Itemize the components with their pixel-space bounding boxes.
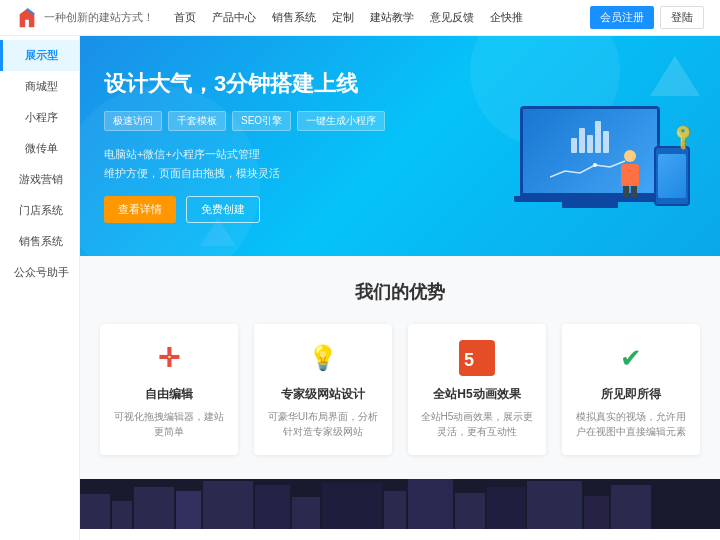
content-area: 设计大气，3分钟搭建上线 极速访问 千套模板 SEO引擎 一键生成小程序 电脑站… bbox=[80, 36, 720, 540]
chart-bar-3 bbox=[587, 135, 593, 153]
adv-title-wysiwyg: 所见即所得 bbox=[574, 386, 688, 403]
sidebar-item-flyer[interactable]: 微传单 bbox=[0, 133, 79, 164]
advantages-section: 我们的优势 ✛ 自由编辑 可视化拖拽编辑器，建站更简单 💡 专家级网站设计 可豪… bbox=[80, 256, 720, 479]
hero-title: 设计大气，3分钟搭建上线 bbox=[104, 69, 456, 99]
laptop-stand bbox=[562, 200, 618, 208]
design-icon: 💡 bbox=[305, 340, 341, 376]
nav-home[interactable]: 首页 bbox=[174, 10, 196, 25]
section-title: 我们的优势 bbox=[100, 280, 700, 304]
h5-icon: 5 bbox=[459, 340, 495, 376]
hero-tag-speed: 极速访问 bbox=[104, 111, 162, 131]
adv-item-edit: ✛ 自由编辑 可视化拖拽编辑器，建站更简单 bbox=[100, 324, 238, 455]
sidebar-item-display[interactable]: 展示型 bbox=[0, 40, 79, 71]
svg-point-0 bbox=[593, 163, 597, 167]
phone-illustration bbox=[654, 146, 690, 206]
sidebar-item-sales[interactable]: 销售系统 bbox=[0, 226, 79, 257]
sidebar-item-miniapp[interactable]: 小程序 bbox=[0, 102, 79, 133]
building-14 bbox=[584, 496, 609, 529]
header-buttons: 会员注册 登陆 bbox=[590, 6, 704, 29]
building-4 bbox=[176, 491, 201, 529]
building-8 bbox=[322, 483, 382, 529]
person-leg-right bbox=[631, 186, 637, 198]
sidebar-item-wechat[interactable]: 公众号助手 bbox=[0, 257, 79, 288]
hero-buttons: 查看详情 免费创建 bbox=[104, 196, 456, 223]
person-leg-left bbox=[623, 186, 629, 198]
login-button[interactable]: 登陆 bbox=[660, 6, 704, 29]
building-1 bbox=[80, 494, 110, 529]
laptop-illustration: 🔑 bbox=[500, 66, 700, 226]
sidebar: 展示型 商城型 小程序 微传单 游戏营销 门店系统 销售系统 公众号助手 bbox=[0, 36, 80, 540]
hero-tag-seo: SEO引擎 bbox=[232, 111, 291, 131]
footer-visual bbox=[80, 479, 720, 529]
edit-icon: ✛ bbox=[151, 340, 187, 376]
adv-desc-wysiwyg: 模拟真实的视场，允许用户在视图中直接编辑元素 bbox=[574, 409, 688, 439]
building-5 bbox=[203, 481, 253, 529]
adv-title-h5: 全站H5动画效果 bbox=[420, 386, 534, 403]
sidebar-item-mall[interactable]: 商城型 bbox=[0, 71, 79, 102]
building-3 bbox=[134, 487, 174, 529]
adv-title-edit: 自由编辑 bbox=[112, 386, 226, 403]
building-13 bbox=[527, 481, 582, 529]
hero-banner: 设计大气，3分钟搭建上线 极速访问 千套模板 SEO引擎 一键生成小程序 电脑站… bbox=[80, 36, 720, 256]
adv-desc-edit: 可视化拖拽编辑器，建站更简单 bbox=[112, 409, 226, 439]
person-head bbox=[624, 150, 636, 162]
nav-tutorial[interactable]: 建站教学 bbox=[370, 10, 414, 25]
chart-bar-4 bbox=[595, 121, 601, 153]
building-12 bbox=[487, 487, 525, 529]
chart-bar-5 bbox=[603, 131, 609, 153]
adv-title-design: 专家级网站设计 bbox=[266, 386, 380, 403]
building-10 bbox=[408, 479, 453, 529]
adv-item-h5: 5 全站H5动画效果 全站H5动画效果，展示更灵活，更有互动性 bbox=[408, 324, 546, 455]
person-body bbox=[621, 164, 639, 186]
person-legs bbox=[615, 186, 645, 198]
header: 一种创新的建站方式！ 首页 产品中心 销售系统 定制 建站教学 意见反馈 企快推… bbox=[0, 0, 720, 36]
logo-text: 一种创新的建站方式！ bbox=[44, 10, 154, 25]
hero-description: 电脑站+微信+小程序一站式管理 维护方便，页面自由拖拽，模块灵活 bbox=[104, 145, 456, 182]
nav-sales[interactable]: 销售系统 bbox=[272, 10, 316, 25]
hero-tags: 极速访问 千套模板 SEO引擎 一键生成小程序 bbox=[104, 111, 456, 131]
nav-enterprise[interactable]: 企快推 bbox=[490, 10, 523, 25]
building-6 bbox=[255, 485, 290, 529]
adv-desc-h5: 全站H5动画效果，展示更灵活，更有互动性 bbox=[420, 409, 534, 439]
building-15 bbox=[611, 485, 651, 529]
nav-products[interactable]: 产品中心 bbox=[212, 10, 256, 25]
nav-feedback[interactable]: 意见反馈 bbox=[430, 10, 474, 25]
sidebar-item-store[interactable]: 门店系统 bbox=[0, 195, 79, 226]
free-create-button[interactable]: 免费创建 bbox=[186, 196, 260, 223]
hero-tag-miniapp: 一键生成小程序 bbox=[297, 111, 385, 131]
svg-text:5: 5 bbox=[464, 350, 474, 370]
main-nav: 首页 产品中心 销售系统 定制 建站教学 意见反馈 企快推 bbox=[174, 10, 590, 25]
building-7 bbox=[292, 497, 320, 529]
hero-left: 设计大气，3分钟搭建上线 极速访问 千套模板 SEO引擎 一键生成小程序 电脑站… bbox=[80, 49, 480, 243]
register-button[interactable]: 会员注册 bbox=[590, 6, 654, 29]
nav-custom[interactable]: 定制 bbox=[332, 10, 354, 25]
building-2 bbox=[112, 501, 132, 529]
person-figure bbox=[615, 150, 645, 200]
building-9 bbox=[384, 491, 406, 529]
hero-tag-template: 千套模板 bbox=[168, 111, 226, 131]
chart-bar-2 bbox=[579, 128, 585, 153]
logo-icon bbox=[16, 7, 38, 29]
adv-desc-design: 可豪华UI布局界面，分析针对造专家级网站 bbox=[266, 409, 380, 439]
main-content: 展示型 商城型 小程序 微传单 游戏营销 门店系统 销售系统 公众号助手 设计大… bbox=[0, 36, 720, 540]
adv-item-design: 💡 专家级网站设计 可豪华UI布局界面，分析针对造专家级网站 bbox=[254, 324, 392, 455]
hero-illustration: 🔑 bbox=[480, 66, 720, 226]
building-11 bbox=[455, 493, 485, 529]
chart-bar-1 bbox=[571, 138, 577, 153]
logo: 一种创新的建站方式！ bbox=[16, 7, 154, 29]
html5-svg: 5 bbox=[459, 340, 495, 376]
advantages-grid: ✛ 自由编辑 可视化拖拽编辑器，建站更简单 💡 专家级网站设计 可豪华UI布局界… bbox=[100, 324, 700, 455]
sidebar-item-game[interactable]: 游戏营销 bbox=[0, 164, 79, 195]
wysiwyg-icon: ✔ bbox=[613, 340, 649, 376]
buildings-silhouette bbox=[80, 479, 720, 529]
detail-button[interactable]: 查看详情 bbox=[104, 196, 176, 223]
adv-item-wysiwyg: ✔ 所见即所得 模拟真实的视场，允许用户在视图中直接编辑元素 bbox=[562, 324, 700, 455]
screen-chart bbox=[571, 121, 609, 153]
phone-screen bbox=[658, 154, 686, 198]
